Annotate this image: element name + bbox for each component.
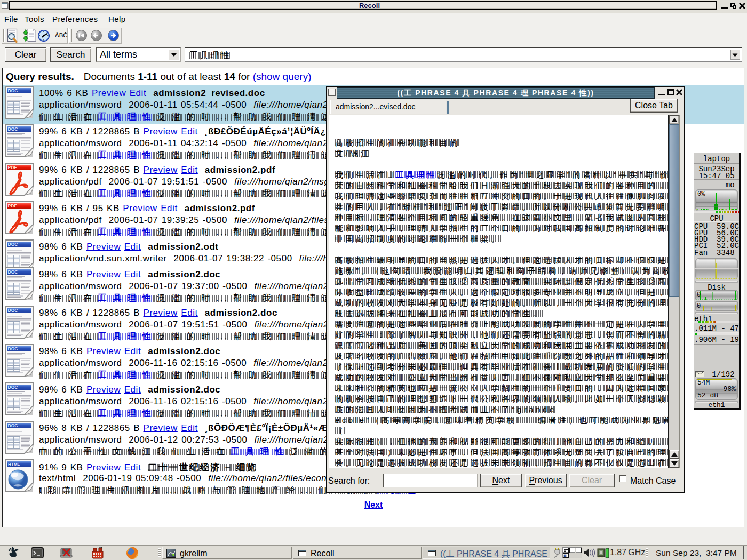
svg-text:DOC: DOC — [8, 423, 18, 428]
svg-text:DOC: DOC — [8, 242, 18, 247]
svg-text:DOC: DOC — [8, 88, 18, 93]
svg-text:HTML: HTML — [8, 462, 20, 467]
svg-text:PDF: PDF — [8, 165, 17, 170]
svg-text:DOC: DOC — [8, 269, 18, 275]
svg-text:DOC: DOC — [8, 126, 18, 132]
svg-text:DOC: DOC — [8, 346, 18, 351]
svg-text:DOC: DOC — [8, 385, 18, 390]
svg-text:DOC: DOC — [8, 308, 18, 313]
svg-text:PDF: PDF — [8, 203, 17, 209]
